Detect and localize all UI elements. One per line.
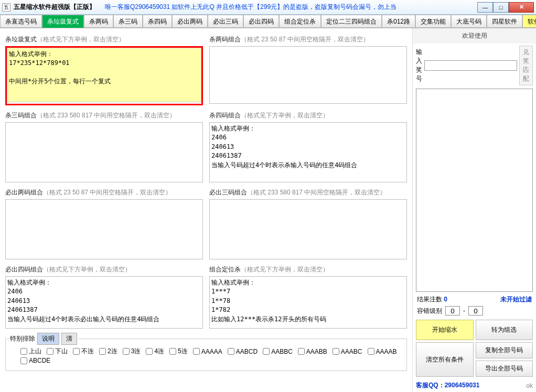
check-label: AAAAA — [201, 348, 222, 355]
group-title: 必出两码组合 — [5, 189, 43, 196]
tab-11[interactable]: 交集功能 — [415, 15, 451, 28]
check-AABBC[interactable]: AABBC — [263, 347, 293, 356]
clear-button[interactable]: 清 — [61, 333, 77, 345]
check-label: 5连 — [178, 347, 188, 356]
tab-7[interactable]: 必出四码 — [243, 15, 279, 28]
checkbox-上山[interactable] — [20, 348, 27, 355]
group-hint: （格式见下方举例，双击清空） — [241, 266, 329, 273]
group-title: 杀三码组合 — [5, 112, 37, 119]
checkbox-3连[interactable] — [123, 348, 130, 355]
tab-5[interactable]: 必出两码 — [172, 15, 208, 28]
check-AABCD[interactable]: AABCD — [228, 347, 258, 356]
tolerance-label: 容错级别 — [417, 307, 442, 315]
check-AAAAA[interactable]: AAAAA — [193, 347, 222, 356]
check-4连[interactable]: 4连 — [146, 347, 164, 356]
group-hint: （格式 233 580 817 中间用空格隔开，双击清空） — [247, 189, 386, 196]
check-label: 3连 — [131, 347, 141, 356]
start-shrink-button[interactable]: 开始缩水 — [416, 320, 474, 340]
check-label: AABBC — [271, 348, 293, 355]
close-button[interactable]: ✕ — [509, 2, 534, 13]
kill-2code-textarea[interactable] — [209, 46, 407, 104]
tab-0[interactable]: 杀直选号码 — [0, 15, 42, 28]
tab-6[interactable]: 必出三码 — [208, 15, 243, 28]
checkbox-4连[interactable] — [146, 348, 153, 355]
check-AAABB[interactable]: AAABB — [298, 347, 327, 356]
kill-garbage-textarea[interactable] — [7, 48, 201, 102]
welcome-label: 欢迎使用 — [413, 28, 536, 43]
app-name: 五星缩水软件超强版【正版】 — [14, 3, 95, 12]
tab-2[interactable]: 杀两码 — [84, 15, 113, 28]
tab-1[interactable]: 杀垃圾复式 — [42, 15, 84, 28]
status-ok: ok — [526, 382, 533, 389]
checkbox-AAAAA[interactable] — [193, 348, 200, 355]
checkbox-AABCD[interactable] — [228, 348, 234, 355]
tolerance-to-input[interactable] — [468, 306, 483, 315]
explain-button[interactable]: 说明 — [37, 333, 59, 345]
minimize-button[interactable]: — — [477, 2, 493, 13]
maximize-button[interactable]: □ — [493, 2, 509, 13]
tab-9[interactable]: 定位二三四码组合 — [321, 15, 382, 28]
group-title: 杀四码组合 — [209, 112, 241, 119]
special-exclude-fieldset: 特别排除 说明 清 上山下山不连2连3连4连5连AAAAAAABCDAABBCA… — [5, 333, 407, 371]
result-listbox[interactable] — [416, 89, 533, 292]
checkbox-下山[interactable] — [47, 348, 53, 355]
must-2code-textarea[interactable] — [5, 199, 203, 259]
checkbox-AAABC[interactable] — [333, 348, 339, 355]
tab-3[interactable]: 杀三码 — [113, 15, 143, 28]
checkbox-5连[interactable] — [169, 348, 176, 355]
input-prize-label: 输入奖号 — [416, 48, 422, 83]
check-label: 2连 — [108, 347, 117, 356]
group-hint: （格式见下方举例，双击清空） — [43, 266, 131, 273]
tab-13[interactable]: 四星软件 — [487, 15, 522, 28]
prize-number-input[interactable] — [424, 60, 517, 71]
title-bar: 五 五星缩水软件超强版【正版】 唯一客服Q2906459031 如软件上无此Q … — [0, 0, 536, 15]
match-button[interactable]: 兑奖匹配 — [519, 46, 533, 85]
check-不连[interactable]: 不连 — [73, 347, 94, 356]
must-4code-textarea[interactable] — [5, 276, 203, 329]
check-上山[interactable]: 上山 — [20, 347, 41, 356]
group-title: 必出三码组合 — [209, 189, 247, 196]
export-all-button[interactable]: 导出全部号码 — [476, 361, 533, 377]
group-title: 杀垃圾复式 — [5, 36, 37, 43]
tab-4[interactable]: 杀四码 — [143, 15, 172, 28]
tab-12[interactable]: 大底号码 — [451, 15, 487, 28]
checkbox-AABBC[interactable] — [263, 348, 270, 355]
to-group-button[interactable]: 转为组选 — [476, 320, 533, 340]
group-title: 组合定位杀 — [209, 266, 241, 273]
app-icon: 五 — [2, 3, 10, 12]
checkbox-AAAAB[interactable] — [368, 348, 374, 355]
check-label: ABCDE — [29, 357, 50, 364]
check-label: 下山 — [55, 347, 68, 356]
clear-all-cond-button[interactable]: 清空所有条件 — [416, 342, 474, 377]
kill-3code-textarea[interactable] — [5, 122, 203, 182]
main-tabs: 杀直选号码杀垃圾复式杀两码杀三码杀四码必出两码必出三码必出四码组合定位杀定位二三… — [0, 15, 536, 28]
check-AAAAB[interactable]: AAAAB — [368, 347, 397, 356]
tab-8[interactable]: 组合定位杀 — [279, 15, 321, 28]
group-hint: （格式见下方举例，双击清空） — [241, 112, 329, 119]
combo-pos-kill-textarea[interactable] — [209, 276, 407, 329]
copy-all-button[interactable]: 复制全部号码 — [476, 342, 533, 358]
group-hint: （格式 233 580 817 中间用空格隔开，双击清空） — [37, 112, 176, 119]
checkbox-AAABB[interactable] — [298, 348, 305, 355]
check-ABCDE[interactable]: ABCDE — [20, 357, 50, 364]
tab-10[interactable]: 杀012路 — [382, 15, 415, 28]
checkbox-不连[interactable] — [73, 348, 80, 355]
special-exclude-label: 特别排除 — [10, 334, 35, 343]
tolerance-from-input[interactable] — [445, 306, 460, 315]
must-3code-textarea[interactable] — [209, 199, 407, 259]
kill-4code-textarea[interactable] — [209, 122, 407, 182]
check-2连[interactable]: 2连 — [99, 347, 117, 356]
checkbox-2连[interactable] — [99, 348, 106, 355]
group-hint: （格式 23 50 87 中间用空格隔开，双击清空） — [241, 36, 369, 43]
check-3连[interactable]: 3连 — [123, 347, 141, 356]
checkbox-ABCDE[interactable] — [20, 357, 27, 364]
tab-14[interactable]: 软件注册 — [522, 15, 536, 28]
group-hint: （格式见下方举例，双击清空） — [37, 36, 125, 43]
result-count-label: 结果注数 — [417, 296, 442, 303]
result-count-value: 0 — [444, 296, 447, 303]
check-5连[interactable]: 5连 — [169, 347, 188, 356]
check-label: AAAAB — [376, 348, 397, 355]
check-label: 上山 — [29, 347, 41, 356]
check-下山[interactable]: 下山 — [47, 347, 68, 356]
check-AAABC[interactable]: AAABC — [333, 347, 362, 356]
